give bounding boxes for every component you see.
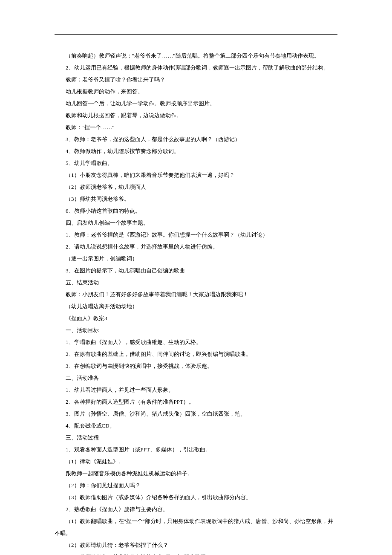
text-line: 《捏面人》教案3	[55, 312, 337, 324]
text-line: 2、幼儿运用已有经验，根据教师的身体动作演唱部分歌词，教师逐一出示图片，帮助了解…	[55, 62, 337, 74]
text-line: （1）小朋友念得真棒，咱们来跟着音乐节奏把他们表演一遍，好吗？	[55, 169, 337, 181]
text-line: （2）教师请幼儿猜：老爷爷都捏了什么？	[55, 539, 337, 551]
text-line: 3、在图片的提示下，幼儿演唱由自己创编的歌曲	[55, 265, 337, 277]
text-line: （逐一出示图片，创编歌词）	[55, 253, 337, 265]
document-page: （前奏响起）教师轻声说："老爷爷来了……"随后范唱。将整个第二部分四个乐句有节奏…	[0, 0, 392, 555]
text-line: （幼儿边唱边离开活动场地）	[55, 301, 337, 312]
text-line: 一、活动目标	[55, 324, 337, 336]
text-line: 二、活动准备	[55, 372, 337, 384]
text-line: 四、启发幼儿创编一个故事主题。	[55, 217, 337, 229]
text-line: 1、观看各种面人造型图片（或PPT、多媒体），引出歌曲。	[55, 444, 337, 456]
text-line: 5、幼儿学唱歌曲。	[55, 157, 337, 169]
text-line: 4、配套磁带或CD。	[55, 420, 337, 432]
text-line: 教师："捏一个……"	[55, 121, 337, 133]
text-line: 3、教师：老爷爷，捏的这些面人，都是什么故事里的人啊？（西游记）	[55, 133, 337, 145]
text-line: 三、活动过程	[55, 432, 337, 444]
text-line: 1、学唱歌曲《捏面人》，感受歌曲稚趣、生动的风格。	[55, 336, 337, 348]
text-line: 1、教师：老爷爷捏的是《西游记》故事。你们想捏一个什么故事啊？（幼儿讨论）	[55, 229, 337, 241]
text-line: 2、熟悉歌曲《捏面人》旋律与主要内容。	[55, 503, 337, 515]
text-line: 2、各种捏好的面人造型图片（有条件的准备PPT）。	[55, 396, 337, 408]
text-line: 五、结束活动	[55, 277, 337, 289]
text-line: 2、请幼儿说说想捏什么故事，并选择故事里的人物进行仿编。	[55, 241, 337, 253]
text-line: 幼儿回答一个后，让幼儿学一学动作。教师按顺序出示图片。	[55, 98, 337, 110]
text-line: 3、图片（孙悟空、唐僧、沙和尚、猪八戒头像）四张，空白纸四张，笔。	[55, 408, 337, 420]
text-line: （1）律动《泥娃娃》。	[55, 456, 337, 468]
text-line: 教师：老爷爷又捏了啥？你看出来了吗？	[55, 74, 337, 86]
text-line: 6、教师小结这首歌曲的特点。	[55, 205, 337, 217]
text-line: 2、在原有歌曲的基础上，借助图片、同伴间的讨论，即兴创编与演唱歌曲。	[55, 348, 337, 360]
text-line: （3）教师做动作，幼儿随伴奏按节奏念"捏一个"部分歌词。	[55, 551, 337, 555]
text-line: 1、幼儿看过捏面人，并见过一些面人形象。	[55, 384, 337, 396]
top-divider	[55, 34, 337, 35]
document-body: （前奏响起）教师轻声说："老爷爷来了……"随后范唱。将整个第二部分四个乐句有节奏…	[55, 50, 337, 555]
text-line: 幼儿根据教师的动作，来回答。	[55, 86, 337, 98]
text-line: （2）教师演老爷爷，幼儿演面人	[55, 181, 337, 193]
text-line: 教师和幼儿根据回答，跟着琴，边说边做动作。	[55, 110, 337, 121]
text-line: （3）教师借助图片（或多媒体）介绍各种各样的面人，引出歌曲部分内容。	[55, 491, 337, 503]
text-line: 3、在创编歌词与由慢到快的演唱中，接受挑战，体验乐趣。	[55, 360, 337, 372]
text-line: （前奏响起）教师轻声说："老爷爷来了……"随后范唱。将整个第二部分四个乐句有节奏…	[55, 50, 337, 62]
text-line: 教师：小朋友们！还有好多好多故事等着我们编呢！大家边唱边跟我来吧！	[55, 289, 337, 301]
text-line: 4、教师做动作，幼儿随乐按节奏念部分歌词。	[55, 145, 337, 157]
text-line: （3）师幼共同演老爷爷。	[55, 193, 337, 205]
text-line: （1）教师翻唱歌曲，在"捏一个"部分时，只用身体动作表现歌词中的猪八戒、唐僧、沙…	[55, 515, 337, 539]
text-line: （2）师：你们见过捏面人吗？	[55, 480, 337, 491]
text-line: 跟教师一起随音乐模仿各种泥娃娃机械运动的样子。	[55, 468, 337, 480]
